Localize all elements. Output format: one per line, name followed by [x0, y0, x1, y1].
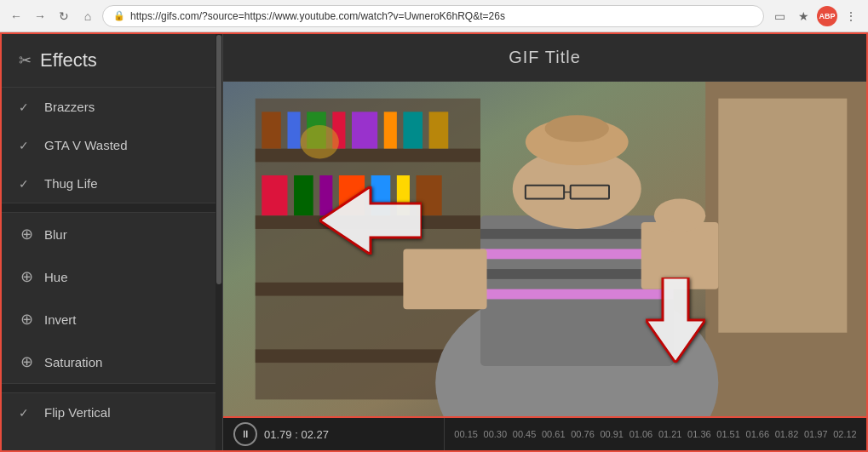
menu-button[interactable]: ⋮	[841, 6, 861, 26]
check-icon: ✓	[19, 177, 34, 191]
plus-icon: ⊕	[19, 310, 34, 329]
plus-icon: ⊕	[19, 352, 34, 371]
effect-item-hue[interactable]: ⊕ Hue	[2, 255, 222, 298]
cast-button[interactable]: ▭	[769, 6, 790, 26]
effects-title: Effects	[40, 49, 97, 72]
effect-item-saturation[interactable]: ⊕ Saturation	[2, 340, 222, 383]
playback-section: ⏸ 01.79 : 02.27	[223, 418, 445, 450]
svg-rect-31	[403, 249, 486, 310]
browser-chrome: ← → ↻ ⌂ 🔒 https://gifs.com/?source=https…	[0, 0, 868, 32]
effects-header: ✂ Effects	[2, 34, 222, 88]
url-text: https://gifs.com/?source=https://www.you…	[130, 10, 505, 22]
current-time: 01.79 : 02.27	[264, 428, 329, 441]
svg-marker-40	[646, 277, 705, 363]
svg-rect-29	[480, 289, 674, 300]
svg-point-34	[545, 115, 610, 141]
tick-9: 01.51	[714, 429, 743, 439]
gif-title: GIF Title	[509, 48, 581, 66]
effect-label: Thug Life	[44, 176, 98, 191]
tick-0: 00.15	[451, 429, 480, 439]
home-button[interactable]: ⌂	[78, 7, 97, 26]
browser-actions: ▭ ★ ABP ⋮	[769, 6, 861, 26]
address-bar[interactable]: 🔒 https://gifs.com/?source=https://www.y…	[102, 5, 764, 27]
arrow-down	[646, 277, 705, 366]
bookmark-button[interactable]: ★	[793, 6, 813, 26]
plus-icon: ⊕	[19, 267, 34, 286]
tick-4: 00.76	[568, 429, 597, 439]
svg-rect-2	[256, 149, 480, 163]
effect-label: Brazzers	[44, 100, 95, 114]
video-area	[223, 82, 866, 416]
main-content: ✂ Effects ✓ Brazzers ✓ GTA V Wasted ✓ Th…	[0, 32, 868, 452]
svg-rect-6	[262, 112, 281, 148]
timeline-bar: ⏸ 01.79 : 02.27 00.15 00.30 00.45 00.61 …	[223, 416, 866, 450]
timeline-ticks[interactable]: 00.15 00.30 00.45 00.61 00.76 00.91 01.0…	[445, 418, 866, 450]
tick-5: 00.91	[597, 429, 626, 439]
effect-item-gtavwasted[interactable]: ✓ GTA V Wasted	[2, 126, 222, 164]
tick-3: 00.61	[539, 429, 568, 439]
svg-rect-7	[288, 112, 301, 148]
effect-item-thuglife[interactable]: ✓ Thug Life	[2, 164, 222, 203]
effect-item-blur[interactable]: ⊕ Blur	[2, 213, 222, 255]
effect-item-invert[interactable]: ⊕ Invert	[2, 298, 222, 340]
check-icon: ✓	[19, 139, 34, 152]
svg-rect-15	[294, 175, 313, 215]
tick-11: 01.82	[772, 429, 801, 439]
effect-item-brazzers[interactable]: ✓ Brazzers	[2, 88, 222, 126]
gif-title-bar: GIF Title	[223, 34, 866, 82]
effect-label: Hue	[44, 270, 68, 284]
check-icon: ✓	[19, 406, 34, 420]
svg-rect-10	[352, 112, 377, 148]
tick-6: 01.06	[626, 429, 655, 439]
effect-item-flip-vertical[interactable]: ✓ Flip Vertical	[2, 393, 222, 432]
tick-8: 01.36	[685, 429, 714, 439]
effect-label: Flip Vertical	[44, 405, 111, 420]
svg-rect-11	[384, 112, 397, 148]
tick-1: 00.30	[480, 429, 509, 439]
tick-10: 01.66	[743, 429, 772, 439]
check-icon: ✓	[19, 100, 34, 114]
tick-7: 01.21	[656, 429, 685, 439]
effect-label: Saturation	[44, 355, 102, 369]
svg-rect-13	[429, 112, 449, 148]
scrollbar-thumb[interactable]	[216, 35, 221, 284]
scrollbar-track[interactable]	[216, 34, 222, 450]
tick-12: 01.97	[802, 429, 831, 439]
current-time-value: 01.79	[264, 428, 292, 441]
svg-rect-14	[262, 175, 287, 215]
pause-button[interactable]: ⏸	[233, 422, 257, 446]
svg-point-23	[301, 125, 339, 158]
svg-rect-12	[403, 112, 423, 148]
lock-icon: 🔒	[113, 10, 125, 21]
sidebar: ✂ Effects ✓ Brazzers ✓ GTA V Wasted ✓ Th…	[2, 34, 223, 450]
refresh-button[interactable]: ↻	[55, 7, 73, 26]
right-panel: GIF Title	[223, 34, 866, 450]
abp-label: ABP	[819, 12, 835, 20]
scissors-icon: ✂	[19, 51, 32, 70]
arrow-left	[319, 186, 422, 258]
sidebar-scroll-area[interactable]: ✂ Effects ✓ Brazzers ✓ GTA V Wasted ✓ Th…	[2, 34, 222, 450]
effect-label: Invert	[44, 312, 77, 327]
back-button[interactable]: ←	[7, 7, 26, 26]
svg-marker-39	[319, 186, 422, 255]
svg-point-38	[654, 199, 705, 232]
plus-icon: ⊕	[19, 225, 34, 243]
tick-marks: 00.15 00.30 00.45 00.61 00.76 00.91 01.0…	[451, 418, 859, 450]
section-divider-2	[2, 383, 222, 393]
tick-2: 00.45	[509, 429, 538, 439]
adblock-button[interactable]: ABP	[817, 6, 837, 26]
section-divider	[2, 203, 222, 213]
video-placeholder	[223, 82, 866, 416]
pause-icon: ⏸	[240, 428, 250, 440]
effect-label: GTA V Wasted	[44, 138, 128, 152]
forward-button[interactable]: →	[31, 7, 49, 26]
effect-label: Blur	[44, 227, 67, 242]
total-time-value: 02.27	[301, 428, 329, 441]
tick-13: 02.12	[831, 429, 859, 439]
svg-rect-22	[718, 99, 847, 333]
